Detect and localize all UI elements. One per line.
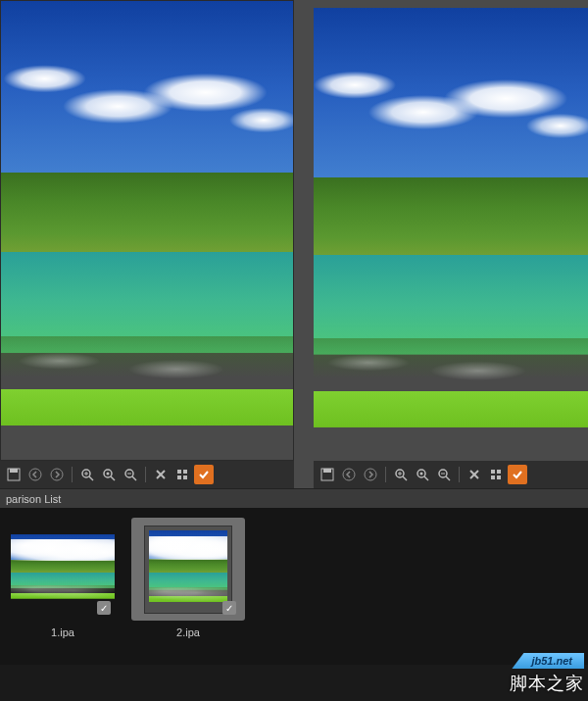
- thumbnail-box-selected: ✓: [131, 518, 245, 621]
- left-image-pane: [0, 0, 294, 488]
- svg-line-5: [89, 476, 93, 480]
- zoom-out-icon[interactable]: [121, 465, 140, 484]
- thumbnail-image: [144, 526, 232, 614]
- check-icon[interactable]: ✓: [222, 601, 236, 615]
- svg-point-3: [51, 469, 63, 480]
- landscape-image: [11, 534, 115, 605]
- grid-icon[interactable]: [172, 465, 192, 484]
- thumbnail-item[interactable]: ✓ 1.ipa: [6, 518, 120, 638]
- zoom-in-icon[interactable]: [391, 465, 411, 484]
- svg-rect-37: [497, 470, 501, 474]
- svg-rect-17: [183, 470, 187, 474]
- svg-rect-36: [491, 470, 495, 474]
- right-image-frame[interactable]: [314, 8, 588, 461]
- thumbnail-strip: ✓ 1.ipa ✓ 2.ipa: [0, 508, 588, 665]
- arrow-right-icon[interactable]: [47, 465, 67, 484]
- thumbnail-label: 2.ipa: [176, 626, 200, 638]
- svg-rect-18: [177, 476, 181, 479]
- landscape-image: [1, 1, 293, 460]
- panel-title: parison List: [6, 493, 61, 505]
- close-icon[interactable]: [151, 465, 171, 484]
- svg-point-2: [29, 469, 41, 480]
- arrow-left-icon[interactable]: [25, 465, 45, 484]
- zoom-fit-icon[interactable]: [99, 465, 119, 484]
- svg-rect-38: [491, 476, 495, 479]
- arrow-right-icon[interactable]: [361, 465, 380, 484]
- svg-point-30: [420, 473, 423, 476]
- toolbar-separator: [72, 467, 73, 482]
- zoom-fit-icon[interactable]: [413, 465, 432, 484]
- thumbnail-image: [11, 534, 115, 605]
- left-toolbar: [0, 461, 294, 488]
- grid-icon[interactable]: [486, 465, 506, 484]
- svg-point-10: [107, 473, 110, 476]
- comparison-list-header: parison List: [0, 488, 588, 508]
- right-image-pane: [294, 0, 588, 488]
- svg-line-29: [424, 476, 428, 480]
- zoom-out-icon[interactable]: [434, 465, 454, 484]
- landscape-image: [314, 8, 588, 461]
- right-toolbar: [314, 461, 588, 488]
- check-icon[interactable]: ✓: [97, 601, 111, 615]
- svg-line-32: [446, 476, 450, 480]
- zoom-in-icon[interactable]: [77, 465, 97, 484]
- svg-point-22: [343, 469, 355, 480]
- watermark-text: 脚本之家: [510, 672, 584, 695]
- save-icon[interactable]: [4, 465, 24, 484]
- left-image-frame[interactable]: [0, 0, 294, 461]
- arrow-left-icon[interactable]: [339, 465, 359, 484]
- save-icon[interactable]: [318, 465, 337, 484]
- thumbnail-label: 1.ipa: [51, 626, 74, 638]
- svg-line-25: [403, 476, 407, 480]
- svg-rect-16: [177, 470, 181, 474]
- svg-point-23: [365, 469, 376, 480]
- svg-rect-39: [497, 476, 501, 479]
- image-comparison-viewer: [0, 0, 588, 488]
- thumbnail-item[interactable]: ✓ 2.ipa: [131, 518, 245, 638]
- landscape-image: [149, 530, 227, 609]
- svg-rect-19: [183, 476, 187, 479]
- check-icon[interactable]: [508, 465, 527, 484]
- check-icon[interactable]: [194, 465, 214, 484]
- toolbar-separator: [385, 467, 386, 482]
- svg-line-9: [111, 476, 115, 480]
- svg-line-12: [132, 476, 136, 480]
- thumbnail-box: ✓: [6, 518, 120, 621]
- svg-rect-1: [10, 469, 18, 473]
- svg-rect-21: [323, 469, 331, 473]
- toolbar-separator: [459, 467, 460, 482]
- close-icon[interactable]: [465, 465, 484, 484]
- toolbar-separator: [145, 467, 146, 482]
